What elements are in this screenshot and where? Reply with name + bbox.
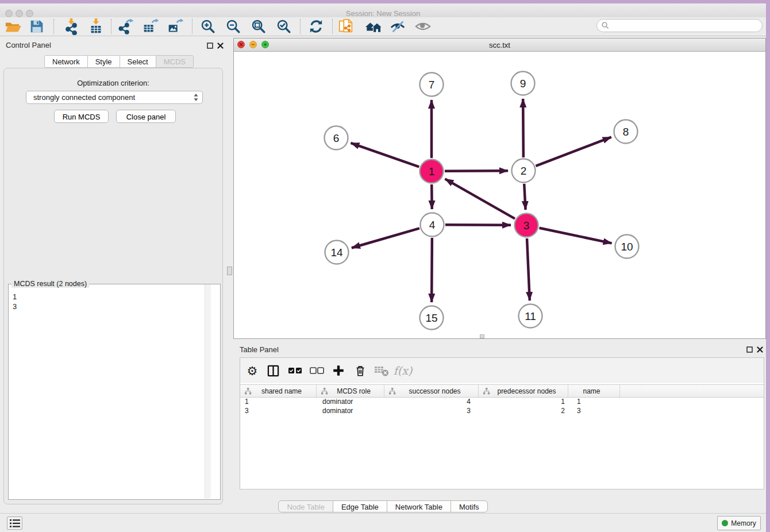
node-6[interactable]: 6	[325, 126, 348, 150]
svg-text:9: 9	[520, 78, 526, 90]
edge-2-3[interactable]	[524, 184, 525, 210]
tab-node-table[interactable]: Node Table	[278, 500, 333, 512]
node-15[interactable]: 15	[420, 306, 444, 330]
table-cell[interactable]: 2	[479, 406, 568, 415]
import-table-icon[interactable]	[86, 16, 106, 37]
canvas-resize-grip[interactable]	[480, 334, 484, 338]
destroy-table-icon[interactable]	[373, 362, 390, 379]
node-4[interactable]: 4	[421, 213, 444, 237]
network-window-titlebar: scc.txt	[234, 38, 765, 52]
toolbar-separator	[192, 19, 192, 34]
zoom-selected-icon[interactable]	[274, 16, 294, 37]
table-settings-icon[interactable]: ⚙	[244, 362, 261, 379]
edge-3-11[interactable]	[527, 238, 530, 300]
apply-function-icon[interactable]: f(x)	[394, 362, 411, 379]
select-stepper-icon	[193, 93, 199, 102]
node-8[interactable]: 8	[614, 120, 638, 144]
search-input[interactable]	[610, 21, 762, 31]
table-cell[interactable]: 4	[384, 397, 479, 406]
toolbar-separator	[111, 19, 111, 34]
table-cell[interactable]: dominator	[317, 397, 384, 406]
memory-button[interactable]: Memory	[717, 516, 761, 530]
show-panels-list-button[interactable]	[7, 516, 22, 530]
svg-text:14: 14	[330, 246, 343, 259]
import-network-icon[interactable]	[61, 16, 82, 37]
table-cell[interactable]: 1	[479, 397, 568, 406]
show-columns-icon[interactable]	[264, 362, 282, 379]
edge-1-6[interactable]	[351, 143, 419, 167]
select-all-icon[interactable]	[287, 362, 304, 379]
tab-select[interactable]: Select	[120, 55, 156, 68]
node-table-panel: ⚙ f(x) shared name	[240, 357, 764, 489]
show-graphics-details-icon[interactable]	[413, 16, 433, 37]
zoom-fit-icon[interactable]	[248, 16, 269, 37]
node-1[interactable]: 1	[420, 160, 444, 183]
edge-4-3[interactable]	[445, 225, 511, 225]
run-mcds-button[interactable]: Run MCDS	[54, 110, 109, 123]
column-header-mcds-role[interactable]: MCDS role	[317, 385, 384, 397]
close-table-panel-icon[interactable]	[756, 346, 764, 353]
float-panel-icon[interactable]	[206, 42, 214, 49]
table-cell[interactable]: 3	[240, 406, 317, 415]
tab-network-table[interactable]: Network Table	[387, 500, 451, 512]
node-9[interactable]: 9	[511, 72, 535, 95]
edge-1-2[interactable]	[445, 171, 508, 171]
panel-splitter-handle[interactable]	[227, 267, 232, 275]
node-14[interactable]: 14	[325, 241, 349, 264]
edge-2-8[interactable]	[536, 137, 611, 166]
column-header-shared-name[interactable]: shared name	[240, 385, 317, 397]
home-icon[interactable]	[363, 16, 384, 37]
network-canvas[interactable]: 7968124314101511	[234, 51, 765, 338]
edge-2-9[interactable]	[523, 99, 523, 157]
tab-mcds[interactable]: MCDS	[156, 55, 194, 68]
tab-edge-table[interactable]: Edge Table	[333, 500, 387, 512]
export-network-icon[interactable]	[115, 16, 136, 37]
save-session-icon[interactable]	[26, 16, 47, 37]
close-panel-icon[interactable]	[217, 42, 224, 49]
deselect-all-icon[interactable]	[309, 362, 326, 379]
close-panel-button[interactable]: Close panel	[116, 110, 176, 123]
network-document-icon[interactable]	[336, 16, 356, 37]
tab-style[interactable]: Style	[87, 55, 120, 68]
add-row-icon[interactable]	[330, 362, 347, 379]
table-cell[interactable]: dominator	[317, 406, 384, 415]
float-table-panel-icon[interactable]	[746, 346, 753, 353]
node-3[interactable]: 3	[515, 214, 538, 237]
refresh-layout-icon[interactable]	[306, 16, 326, 37]
export-table-icon[interactable]	[140, 16, 160, 37]
export-image-icon[interactable]	[164, 16, 185, 37]
result-item: 1	[13, 292, 17, 302]
column-header-successor-nodes[interactable]: successor nodes	[384, 385, 479, 397]
memory-status-icon	[722, 520, 728, 526]
table-row[interactable]: 3dominator323	[240, 406, 764, 415]
tree-icon	[244, 388, 252, 395]
node-7[interactable]: 7	[420, 73, 444, 97]
hide-graphics-details-icon[interactable]	[387, 16, 408, 37]
control-panel-title: Control Panel	[6, 41, 51, 49]
edge-4-15[interactable]	[432, 238, 432, 302]
table-cell[interactable]: 1	[240, 397, 317, 406]
table-cell[interactable]: 3	[384, 406, 479, 415]
edge-3-1[interactable]	[445, 179, 515, 218]
edge-3-10[interactable]	[540, 228, 612, 244]
delete-row-icon[interactable]	[352, 362, 369, 379]
node-11[interactable]: 11	[519, 304, 542, 328]
result-scrollbar[interactable]	[205, 284, 211, 499]
criterion-select[interactable]: strongly connected component	[26, 91, 203, 104]
zoom-in-icon[interactable]	[198, 16, 218, 37]
svg-text:4: 4	[429, 219, 436, 231]
zoom-out-icon[interactable]	[223, 16, 244, 37]
node-2[interactable]: 2	[512, 159, 536, 183]
table-cell[interactable]: 3	[568, 406, 620, 415]
tab-motifs[interactable]: Motifs	[451, 500, 488, 512]
column-header-name[interactable]: name	[568, 385, 620, 397]
open-session-icon[interactable]	[2, 16, 23, 37]
table-cell[interactable]: 1	[568, 397, 620, 406]
node-10[interactable]: 10	[615, 235, 639, 259]
tab-network[interactable]: Network	[44, 55, 88, 68]
table-toolbar: ⚙ f(x)	[240, 358, 764, 383]
column-header-predecessor-nodes[interactable]: predecessor nodes	[479, 385, 568, 397]
table-row[interactable]: 1dominator411	[240, 397, 764, 406]
edge-4-14[interactable]	[352, 228, 419, 248]
application-window: Session: New Session	[0, 0, 770, 532]
